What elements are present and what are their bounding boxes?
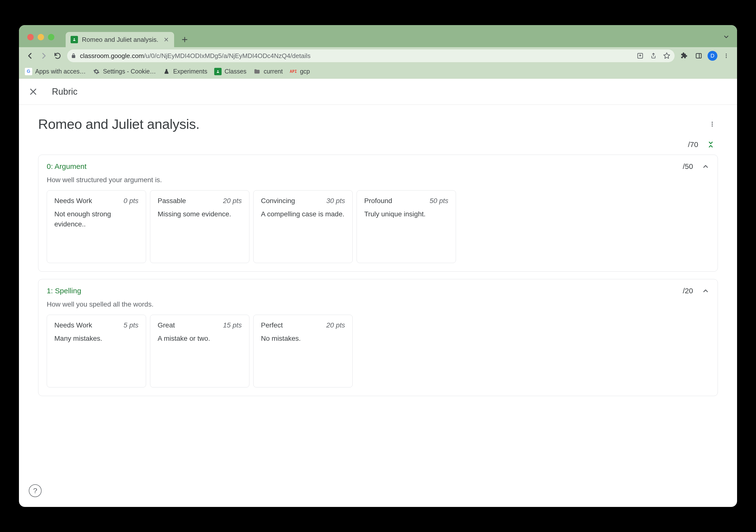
tabs-dropdown-icon[interactable] (723, 34, 730, 40)
profile-avatar[interactable]: D (708, 51, 717, 61)
window-close[interactable] (27, 34, 34, 40)
level-header: Great15 pts (158, 321, 242, 329)
bookmark-star-icon[interactable] (662, 51, 671, 60)
panel-icon[interactable] (693, 50, 705, 62)
criterion-card: 0: Argument/50How well structured your a… (38, 155, 718, 272)
tab-close-icon[interactable] (162, 36, 170, 43)
level-card[interactable]: Passable20 ptsMissing some evidence. (150, 190, 249, 263)
criterion-title: 0: Argument (47, 162, 87, 171)
window-minimize[interactable] (38, 34, 44, 40)
bookmark-label: current (264, 68, 283, 75)
window-maximize[interactable] (48, 34, 54, 40)
level-points: 5 pts (123, 321, 139, 329)
level-points: 30 pts (326, 197, 345, 205)
address-bar[interactable]: classroom.google.com/u/0/c/NjEyMDI4ODIxM… (67, 49, 675, 62)
help-button[interactable]: ? (29, 484, 41, 497)
google-g-icon: G (25, 68, 32, 75)
forward-button[interactable] (38, 50, 50, 62)
level-card[interactable]: Perfect20 ptsNo mistakes. (253, 315, 353, 387)
collapse-all-icon[interactable] (707, 141, 715, 148)
bookmark-label: Apps with acces… (35, 68, 86, 75)
bookmark-label: Classes (225, 68, 246, 75)
level-header: Needs Work0 pts (54, 197, 139, 205)
bookmarks-bar: G Apps with acces… Settings - Cookie… Ex… (19, 65, 737, 79)
criterion-description: How well structured your argument is. (47, 176, 709, 184)
bookmark-classes[interactable]: Classes (214, 68, 246, 75)
criterion-header: 0: Argument/50 (47, 162, 709, 171)
install-app-icon[interactable] (636, 51, 645, 60)
level-description: A compelling case is made. (261, 209, 345, 219)
bookmark-apps[interactable]: G Apps with acces… (25, 68, 86, 75)
svg-point-7 (217, 70, 219, 71)
chevron-up-icon[interactable] (702, 163, 709, 170)
close-button[interactable] (27, 86, 39, 97)
level-description: Truly unique insight. (364, 209, 448, 219)
classroom-favicon (70, 36, 78, 43)
criterion-header: 1: Spelling/20 (47, 287, 709, 295)
window-controls (27, 34, 54, 40)
main-content: Romeo and Juliet analysis. /70 0: Argume… (19, 105, 737, 507)
bookmark-settings[interactable]: Settings - Cookie… (93, 68, 156, 75)
level-description: Missing some evidence. (158, 209, 242, 219)
svg-point-9 (712, 123, 713, 125)
extensions-icon[interactable] (678, 50, 690, 62)
url-text: classroom.google.com/u/0/c/NjEyMDI4ODIxM… (80, 52, 310, 60)
flask-icon (163, 68, 170, 75)
criterion-points: /50 (683, 162, 693, 171)
levels-row: Needs Work5 ptsMany mistakes.Great15 pts… (47, 315, 709, 387)
new-tab-button[interactable] (178, 34, 191, 46)
level-header: Needs Work5 pts (54, 321, 139, 329)
level-header: Passable20 pts (158, 197, 242, 205)
share-icon[interactable] (649, 51, 658, 60)
level-name: Convincing (261, 197, 295, 205)
level-name: Needs Work (54, 321, 92, 329)
back-button[interactable] (24, 50, 36, 62)
bookmark-gcp[interactable]: API gcp (290, 68, 310, 75)
svg-point-8 (712, 122, 713, 123)
tab-strip: Romeo and Juliet analysis. (19, 25, 737, 47)
level-card[interactable]: Convincing30 ptsA compelling case is mad… (253, 190, 353, 263)
bookmark-current[interactable]: current (253, 68, 283, 75)
level-description: No mistakes. (261, 333, 345, 344)
level-name: Needs Work (54, 197, 92, 205)
bookmark-label: Experiments (173, 68, 207, 75)
level-points: 50 pts (430, 197, 448, 205)
level-name: Perfect (261, 321, 283, 329)
level-name: Profound (364, 197, 392, 205)
levels-row: Needs Work0 ptsNot enough strong evidenc… (47, 190, 709, 263)
level-card[interactable]: Needs Work5 ptsMany mistakes. (47, 315, 146, 387)
criterion-title: 1: Spelling (47, 287, 81, 295)
browser-menu-icon[interactable] (720, 50, 732, 62)
svg-point-0 (74, 38, 75, 40)
folder-icon (253, 68, 261, 75)
chevron-up-icon[interactable] (702, 287, 709, 295)
svg-point-4 (726, 54, 727, 55)
more-options-icon[interactable] (707, 119, 718, 130)
reload-button[interactable] (51, 50, 64, 62)
avatar-letter: D (711, 53, 715, 59)
criterion-points: /20 (683, 287, 693, 295)
level-name: Great (158, 321, 175, 329)
level-card[interactable]: Needs Work0 ptsNot enough strong evidenc… (47, 190, 146, 263)
svg-rect-2 (696, 54, 701, 58)
level-header: Perfect20 pts (261, 321, 345, 329)
level-card[interactable]: Profound50 ptsTruly unique insight. (357, 190, 456, 263)
header-title: Rubric (52, 87, 77, 97)
api-icon: API (290, 68, 297, 75)
svg-point-6 (726, 57, 727, 58)
classroom-icon (214, 68, 222, 75)
level-name: Passable (158, 197, 186, 205)
total-points: /70 (688, 140, 698, 149)
page-title: Romeo and Juliet analysis. (38, 116, 200, 132)
level-header: Profound50 pts (364, 197, 448, 205)
level-card[interactable]: Great15 ptsA mistake or two. (150, 315, 249, 387)
bookmark-experiments[interactable]: Experiments (163, 68, 207, 75)
level-points: 0 pts (123, 197, 139, 205)
tab-title: Romeo and Juliet analysis. (82, 36, 158, 43)
level-description: Many mistakes. (54, 333, 139, 344)
level-points: 20 pts (326, 321, 345, 329)
level-header: Convincing30 pts (261, 197, 345, 205)
level-points: 15 pts (223, 321, 242, 329)
browser-tab[interactable]: Romeo and Juliet analysis. (66, 32, 174, 47)
level-description: Not enough strong evidence.. (54, 209, 139, 229)
